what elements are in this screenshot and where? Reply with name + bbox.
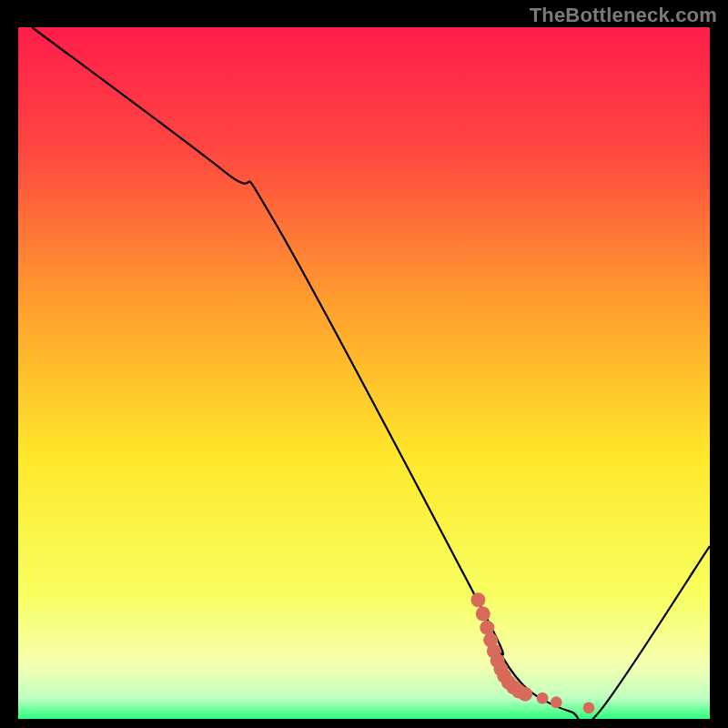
gradient-background — [18, 27, 710, 719]
sweet-spot-dot — [551, 696, 562, 708]
sweet-spot-dot — [518, 687, 532, 702]
sweet-spot-dot — [476, 606, 490, 621]
sweet-spot-dot — [480, 621, 494, 635]
watermark-text: TheBottleneck.com — [530, 4, 717, 27]
chart-frame — [18, 27, 710, 719]
bottleneck-chart — [18, 27, 710, 719]
sweet-spot-dot — [537, 693, 549, 704]
sweet-spot-dot — [470, 592, 485, 607]
sweet-spot-dot — [583, 702, 595, 713]
